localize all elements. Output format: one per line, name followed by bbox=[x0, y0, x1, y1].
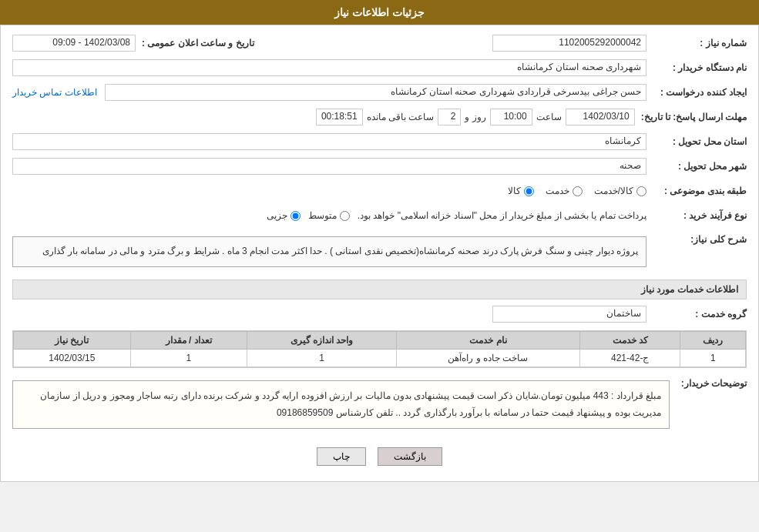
requester-label: ایجاد کننده درخواست : bbox=[646, 87, 747, 98]
page-title: جزئیات اطلاعات نیاز bbox=[0, 0, 759, 25]
province-value: کرمانشاه bbox=[12, 133, 646, 150]
category-kala-khedmat-radio[interactable] bbox=[636, 186, 646, 196]
services-table: ردیف کد خدمت نام خدمت واحد اندازه گیری ت… bbox=[12, 330, 747, 368]
announcement-date-label: تاریخ و ساعت اعلان عمومی : bbox=[136, 38, 254, 49]
requester-value: حسن جراغی بیدسرخی قراردادی شهرداری صحنه … bbox=[105, 84, 646, 101]
cell-radif: 1 bbox=[680, 349, 746, 366]
process-row: پرداخت تمام یا بخشی از مبلغ خریدار از مح… bbox=[12, 210, 646, 221]
col-date: تاریخ نیاز bbox=[14, 331, 131, 349]
deadline-time-label: ساعت bbox=[532, 112, 566, 122]
process-desc: پرداخت تمام یا بخشی از مبلغ خریدار از مح… bbox=[358, 210, 646, 221]
process-mottaset-option[interactable]: متوسط bbox=[308, 210, 350, 221]
category-kala-option[interactable]: کالا bbox=[508, 186, 534, 196]
cell-code: ج-42-421 bbox=[579, 349, 680, 366]
process-jozei-label: جزیی bbox=[267, 210, 287, 221]
col-name: نام خدمت bbox=[396, 331, 579, 349]
category-kala-khedmat-label: کالا/خدمت bbox=[594, 186, 633, 196]
col-unit: واحد اندازه گیری bbox=[247, 331, 396, 349]
col-count: تعداد / مقدار bbox=[130, 331, 247, 349]
cell-name: ساخت جاده و راه‌آهن bbox=[396, 349, 579, 366]
need-number-label: شماره نیاز : bbox=[646, 38, 747, 49]
process-mottaset-label: متوسط bbox=[308, 210, 337, 221]
category-kala-radio[interactable] bbox=[524, 186, 534, 196]
deadline-label: مهلت ارسال پاسخ: تا تاریخ: bbox=[635, 112, 747, 122]
category-khedmat-radio[interactable] bbox=[573, 186, 583, 196]
contact-link[interactable]: اطلاعات تماس خریدار bbox=[12, 87, 97, 98]
buyer-name-label: نام دستگاه خریدار : bbox=[646, 62, 747, 73]
need-desc-value: پروژه دیوار چینی و سنگ فرش پارک درند صحن… bbox=[12, 236, 646, 267]
buttons-row: بازگشت چاپ bbox=[12, 440, 747, 473]
need-desc-label: شرح کلی نیاز: bbox=[646, 230, 747, 245]
category-kala-label: کالا bbox=[508, 186, 521, 196]
table-row: 1 ج-42-421 ساخت جاده و راه‌آهن 1 1 1402/… bbox=[14, 349, 746, 366]
remaining-time: 00:18:51 bbox=[316, 109, 363, 125]
buyer-notes-value: مبلغ قرارداد : 443 میلیون تومان.شایان ذک… bbox=[12, 380, 670, 430]
process-label: نوع فرآیند خرید : bbox=[646, 210, 747, 221]
back-button[interactable]: بازگشت bbox=[378, 447, 442, 466]
category-kala-khedmat-option[interactable]: کالا/خدمت bbox=[594, 186, 646, 196]
category-radio-group: کالا/خدمت خدمت کالا bbox=[508, 186, 646, 196]
service-group-label: گروه خدمت : bbox=[646, 309, 747, 320]
category-khedmat-option[interactable]: خدمت bbox=[546, 186, 583, 196]
buyer-name-value: شهرداری صحنه استان کرمانشاه bbox=[12, 59, 646, 76]
cell-date: 1402/03/15 bbox=[14, 349, 131, 366]
need-number-value: 1102005292000042 bbox=[492, 35, 646, 52]
province-label: استان محل تحویل : bbox=[646, 136, 747, 147]
col-radif: ردیف bbox=[680, 331, 746, 349]
buyer-notes-label: توضیحات خریدار: bbox=[670, 374, 747, 389]
print-button[interactable]: چاپ bbox=[317, 447, 366, 466]
cell-unit: 1 bbox=[247, 349, 396, 366]
category-khedmat-label: خدمت bbox=[546, 186, 569, 196]
remaining-label: ساعت باقی مانده bbox=[363, 112, 438, 122]
services-section-title: اطلاعات خدمات مورد نیاز bbox=[12, 279, 747, 299]
process-mottaset-radio[interactable] bbox=[340, 211, 350, 221]
process-jozei-option[interactable]: جزیی bbox=[267, 210, 301, 221]
service-group-value: ساختمان bbox=[492, 306, 646, 323]
category-label: طبقه بندی موضوعی : bbox=[646, 186, 747, 196]
city-label: شهر محل تحویل : bbox=[646, 161, 747, 172]
col-code: کد خدمت bbox=[579, 331, 680, 349]
city-value: صحنه bbox=[12, 158, 646, 175]
announcement-date-value: 1402/03/08 - 09:09 bbox=[12, 35, 136, 52]
process-jozei-radio[interactable] bbox=[291, 211, 301, 221]
cell-count: 1 bbox=[130, 349, 247, 366]
deadline-date: 1402/03/10 bbox=[566, 109, 635, 125]
deadline-days-label: روز و bbox=[461, 112, 489, 122]
deadline-time: 10:00 bbox=[490, 109, 532, 125]
deadline-days: 2 bbox=[438, 109, 461, 125]
